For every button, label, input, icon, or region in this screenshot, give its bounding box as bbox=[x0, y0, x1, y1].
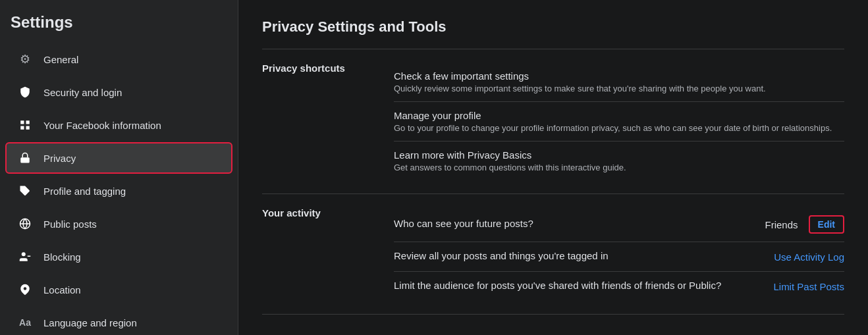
security-icon bbox=[16, 83, 34, 101]
row-future-posts: Who can see your future posts?FriendsEdi… bbox=[394, 207, 844, 242]
edit-button-future-posts[interactable]: Edit bbox=[809, 215, 844, 234]
sidebar-item-general[interactable]: ⚙General bbox=[5, 43, 232, 75]
svg-point-10 bbox=[24, 287, 27, 290]
section-content-your-activity: Who can see your future posts?FriendsEdi… bbox=[394, 207, 844, 301]
sidebar-item-label-location: Location bbox=[43, 284, 81, 296]
sidebar-item-label-language: Language and region bbox=[43, 317, 137, 328]
sidebar-title: Settings bbox=[0, 13, 238, 42]
sidebar-item-label-privacy: Privacy bbox=[43, 153, 76, 164]
main-title: Privacy Settings and Tools bbox=[262, 18, 844, 36]
row-text-limit-audience: Limit the audience for posts you've shar… bbox=[394, 280, 760, 293]
section-your-activity: Your activityWho can see your future pos… bbox=[262, 194, 844, 315]
sidebar-item-label-profile-tagging: Profile and tagging bbox=[43, 186, 126, 197]
privacy-icon bbox=[16, 149, 34, 167]
sidebar-item-profile-tagging[interactable]: Profile and tagging bbox=[5, 175, 232, 207]
sidebar-item-public-posts[interactable]: Public posts bbox=[5, 208, 232, 240]
row-value-future-posts: Friends bbox=[765, 219, 798, 230]
svg-rect-2 bbox=[20, 126, 24, 130]
section-label-your-activity: Your activity bbox=[262, 207, 367, 301]
row-text-review-posts: Review all your posts and things you're … bbox=[394, 250, 761, 263]
sidebar-item-language[interactable]: AaLanguage and region bbox=[5, 307, 232, 335]
row-review-posts: Review all your posts and things you're … bbox=[394, 242, 844, 272]
row-heading-review-posts: Review all your posts and things you're … bbox=[394, 250, 761, 261]
row-heading-privacy-basics: Learn more with Privacy Basics bbox=[394, 149, 844, 161]
action-link-limit-audience[interactable]: Limit Past Posts bbox=[773, 281, 844, 292]
main-content: Privacy Settings and Tools Privacy short… bbox=[238, 0, 868, 335]
profile-tagging-icon bbox=[16, 182, 34, 200]
row-privacy-basics: Learn more with Privacy BasicsGet answer… bbox=[394, 142, 844, 180]
row-heading-limit-audience: Limit the audience for posts you've shar… bbox=[394, 280, 760, 291]
row-actions-review-posts: Use Activity Log bbox=[774, 251, 844, 263]
row-text-privacy-basics: Learn more with Privacy BasicsGet answer… bbox=[394, 149, 844, 172]
row-sub-privacy-basics: Get answers to common questions with thi… bbox=[394, 163, 844, 172]
action-link-review-posts[interactable]: Use Activity Log bbox=[774, 251, 844, 263]
row-heading-check-settings: Check a few important settings bbox=[394, 70, 844, 82]
facebook-info-icon bbox=[16, 116, 34, 134]
sidebar-item-label-facebook-info: Your Facebook information bbox=[43, 120, 161, 131]
sidebar-item-privacy[interactable]: Privacy bbox=[5, 142, 232, 174]
section-privacy-shortcuts: Privacy shortcutsCheck a few important s… bbox=[262, 49, 844, 194]
row-actions-future-posts: FriendsEdit bbox=[765, 215, 844, 234]
row-heading-future-posts: Who can see your future posts? bbox=[394, 218, 752, 229]
row-sub-check-settings: Quickly review some important settings t… bbox=[394, 84, 844, 93]
svg-rect-0 bbox=[20, 120, 24, 124]
blocking-icon bbox=[16, 247, 34, 266]
row-actions-limit-audience: Limit Past Posts bbox=[773, 281, 844, 292]
row-limit-audience: Limit the audience for posts you've shar… bbox=[394, 272, 844, 301]
general-icon: ⚙ bbox=[16, 50, 34, 68]
language-icon: Aa bbox=[16, 313, 34, 332]
sidebar-item-label-public-posts: Public posts bbox=[43, 219, 97, 230]
row-check-settings: Check a few important settingsQuickly re… bbox=[394, 63, 844, 102]
sidebar: Settings ⚙GeneralSecurity and loginYour … bbox=[0, 0, 238, 335]
section-content-privacy-shortcuts: Check a few important settingsQuickly re… bbox=[394, 63, 844, 180]
location-icon bbox=[16, 280, 34, 299]
row-text-future-posts: Who can see your future posts? bbox=[394, 218, 752, 231]
svg-rect-3 bbox=[26, 126, 30, 130]
row-sub-manage-profile: Go to your profile to change your profil… bbox=[394, 123, 844, 133]
sidebar-item-facebook-info[interactable]: Your Facebook information bbox=[5, 109, 232, 141]
sidebar-item-label-general: General bbox=[43, 54, 78, 65]
sidebar-item-label-security: Security and login bbox=[43, 87, 122, 98]
row-heading-manage-profile: Manage your profile bbox=[394, 110, 844, 121]
sidebar-item-location[interactable]: Location bbox=[5, 274, 232, 305]
row-text-check-settings: Check a few important settingsQuickly re… bbox=[394, 70, 844, 93]
svg-rect-1 bbox=[26, 120, 30, 124]
sidebar-item-security[interactable]: Security and login bbox=[5, 76, 232, 108]
sidebar-item-blocking[interactable]: Blocking bbox=[5, 241, 232, 272]
sidebar-item-label-blocking: Blocking bbox=[43, 251, 81, 263]
public-posts-icon bbox=[16, 215, 34, 233]
svg-point-8 bbox=[22, 252, 26, 256]
section-label-privacy-shortcuts: Privacy shortcuts bbox=[262, 63, 367, 180]
row-text-manage-profile: Manage your profileGo to your profile to… bbox=[394, 110, 844, 133]
row-manage-profile: Manage your profileGo to your profile to… bbox=[394, 102, 844, 142]
svg-rect-4 bbox=[20, 157, 30, 163]
